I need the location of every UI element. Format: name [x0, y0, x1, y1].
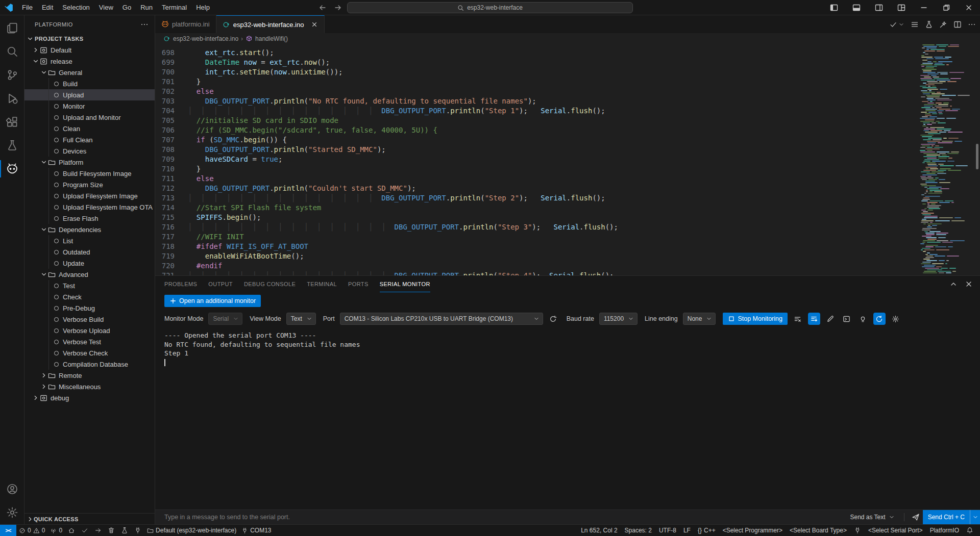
tree-item-upload[interactable]: Upload	[24, 89, 155, 100]
more-actions-icon[interactable]	[968, 20, 976, 29]
toggle-panel-icon[interactable]	[845, 0, 868, 15]
activity-explorer-icon[interactable]	[0, 16, 24, 40]
minimize-button[interactable]	[913, 0, 935, 15]
toggle-secondary-sidebar-icon[interactable]	[868, 0, 890, 15]
tree-item-upload-filesystem-image-ota[interactable]: Upload Filesystem Image OTA	[24, 201, 155, 213]
auto-reconnect-icon[interactable]	[873, 313, 886, 325]
panel-tab-terminal[interactable]: TERMINAL	[307, 276, 337, 292]
problems-indicator[interactable]: 0 0	[16, 525, 47, 536]
tree-item-miscellaneous[interactable]: Miscellaneous	[24, 381, 155, 392]
statusbar-encoding[interactable]: UTF-8	[655, 525, 680, 536]
tree-item-default[interactable]: Default	[24, 44, 155, 56]
menu-selection[interactable]: Selection	[58, 0, 94, 15]
statusbar-cursor-position[interactable]: Ln 652, Col 2	[577, 525, 621, 536]
tree-item-update[interactable]: Update	[24, 258, 155, 269]
panel-tab-problems[interactable]: PROBLEMS	[164, 276, 197, 292]
activity-testing-icon[interactable]	[0, 134, 24, 157]
breadcrumb[interactable]: esp32-web-interface.ino › handleWifi()	[155, 33, 980, 44]
menu-go[interactable]: Go	[118, 0, 136, 15]
edit-pen-icon[interactable]	[824, 313, 837, 325]
panel-maximize-icon[interactable]	[949, 280, 958, 288]
more-actions-icon[interactable]	[140, 20, 149, 29]
code-editor[interactable]: 698 ext_rtc.start();699 DateTime now = e…	[155, 44, 980, 275]
tree-item-program-size[interactable]: Program Size	[24, 179, 155, 190]
activity-source-control-icon[interactable]	[0, 63, 24, 87]
tree-item-list[interactable]: List	[24, 235, 155, 246]
view-mode-select[interactable]: Text	[286, 313, 316, 325]
menu-file[interactable]: File	[17, 0, 37, 15]
test-beaker-icon[interactable]	[925, 20, 933, 29]
tree-item-upload-filesystem-image[interactable]: Upload Filesystem Image	[24, 190, 155, 201]
tree-item-verbose-test[interactable]: Verbose Test	[24, 336, 155, 347]
panel-tab-output[interactable]: OUTPUT	[208, 276, 233, 292]
activity-accounts-icon[interactable]	[0, 477, 24, 501]
toggle-primary-sidebar-icon[interactable]	[823, 0, 845, 15]
output-list-icon[interactable]	[911, 20, 919, 29]
open-additional-monitor-button[interactable]: Open an additional monitor	[164, 295, 261, 307]
line-ending-select[interactable]: None	[683, 313, 716, 325]
menu-view[interactable]: View	[94, 0, 118, 15]
port-select[interactable]: COM13 - Silicon Labs CP210x USB to UART …	[340, 313, 543, 325]
tree-item-compilation-database[interactable]: Compilation Database	[24, 359, 155, 370]
menu-help[interactable]: Help	[191, 0, 214, 15]
activity-run-debug-icon[interactable]	[0, 87, 24, 110]
restore-button[interactable]	[935, 0, 958, 15]
statusbar-trash-icon[interactable]	[105, 525, 118, 536]
statusbar-check-icon[interactable]	[78, 525, 91, 536]
remote-indicator[interactable]: ><	[0, 525, 16, 536]
tools-icon[interactable]	[939, 20, 947, 29]
tree-item-verbose-check[interactable]: Verbose Check	[24, 347, 155, 359]
chevron-down-icon[interactable]	[898, 21, 904, 28]
tree-item-check[interactable]: Check	[24, 291, 155, 302]
open-in-terminal-icon[interactable]	[841, 313, 853, 325]
tree-item-outdated[interactable]: Outdated	[24, 246, 155, 258]
back-arrow-icon[interactable]	[318, 4, 327, 12]
activity-settings-icon[interactable]	[0, 501, 24, 524]
ports-indicator[interactable]: 0	[47, 525, 65, 536]
statusbar-notifications[interactable]	[963, 525, 977, 536]
forward-arrow-icon[interactable]	[334, 4, 342, 12]
clear-output-icon[interactable]	[792, 313, 804, 325]
serial-port-indicator[interactable]: COM13	[239, 525, 274, 536]
autoscroll-toggle-icon[interactable]	[808, 313, 820, 325]
baud-rate-select[interactable]: 115200	[599, 313, 638, 325]
serial-message-input[interactable]: Type in a message to send to the serial …	[164, 514, 850, 521]
send-mode-dropdown[interactable]: Send as Text	[850, 514, 894, 521]
send-message-icon[interactable]	[909, 513, 923, 521]
tree-item-erase-flash[interactable]: Erase Flash	[24, 213, 155, 224]
stop-monitoring-button[interactable]: Stop Monitoring	[723, 313, 788, 325]
customize-layout-icon[interactable]	[890, 0, 913, 15]
statusbar-select-serial-port[interactable]: <Select Serial Port>	[865, 525, 926, 536]
statusbar-home-icon[interactable]	[65, 525, 78, 536]
tree-item-dependencies[interactable]: Dependencies	[24, 224, 155, 235]
statusbar-select-board-type[interactable]: <Select Board Type>	[786, 525, 850, 536]
project-tasks-section[interactable]: PROJECT TASKS	[24, 33, 155, 44]
statusbar-beaker-icon[interactable]	[118, 525, 131, 536]
run-task-icon[interactable]	[889, 20, 897, 29]
tree-item-general[interactable]: General	[24, 67, 155, 78]
tree-item-full-clean[interactable]: Full Clean	[24, 134, 155, 145]
tree-item-build-filesystem-image[interactable]: Build Filesystem Image	[24, 168, 155, 179]
tree-item-build[interactable]: Build	[24, 78, 155, 89]
menu-edit[interactable]: Edit	[37, 0, 58, 15]
close-icon[interactable]	[311, 21, 318, 28]
statusbar-plug-icon[interactable]	[131, 525, 144, 536]
refresh-ports-icon[interactable]	[547, 313, 559, 325]
tree-item-remote[interactable]: Remote	[24, 370, 155, 381]
activity-search-icon[interactable]	[0, 40, 24, 63]
menu-terminal[interactable]: Terminal	[157, 0, 191, 15]
menu-run[interactable]: Run	[136, 0, 157, 15]
chevron-down-icon[interactable]	[970, 510, 980, 524]
panel-tab-serial-monitor[interactable]: SERIAL MONITOR	[380, 276, 430, 292]
timestamp-icon[interactable]	[857, 313, 869, 325]
statusbar-language-mode[interactable]: {}C++	[694, 525, 719, 536]
send-ctrl-c-button[interactable]: Send Ctrl + C	[923, 510, 980, 524]
statusbar-indentation[interactable]: Spaces: 2	[621, 525, 655, 536]
editor-scrollbar[interactable]	[976, 144, 978, 169]
monitor-mode-select[interactable]: Serial	[208, 313, 242, 325]
tree-item-advanced[interactable]: Advanced	[24, 269, 155, 280]
tree-item-test[interactable]: Test	[24, 280, 155, 291]
close-button[interactable]	[958, 0, 980, 15]
command-center-search[interactable]: esp32-web-interface	[347, 2, 633, 13]
statusbar-eol[interactable]: LF	[680, 525, 694, 536]
